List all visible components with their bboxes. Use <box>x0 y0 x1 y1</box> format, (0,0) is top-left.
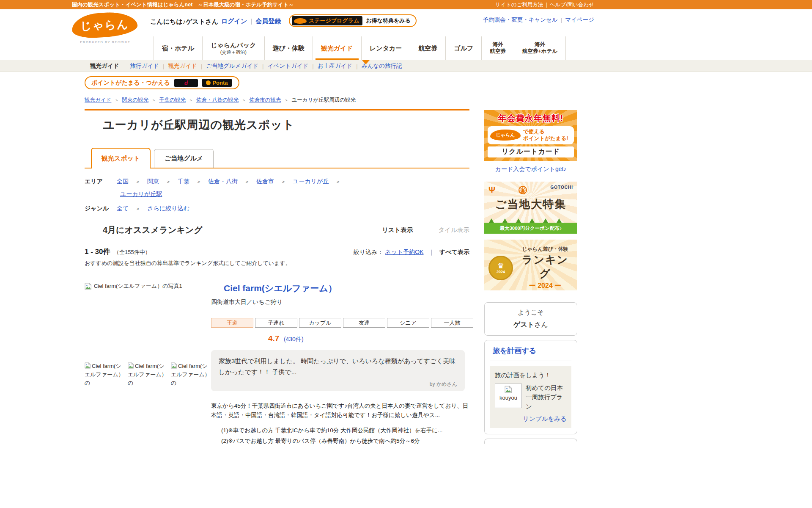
filter-separator: ＞ <box>135 179 140 185</box>
activity-ranking-banner[interactable]: ♛ 2024 じゃらん遊び・体験 ランキング ー 2024 ー <box>484 240 577 290</box>
area-link-sakura-shi[interactable]: 佐倉市 <box>256 178 274 185</box>
genre-link-all[interactable]: 全て <box>117 205 129 212</box>
ranking-note: おすすめの施設を当社独自の算出基準でランキング形式にしてご紹介しています。 <box>85 260 469 267</box>
tag-couple[interactable]: カップル <box>299 318 341 328</box>
gotochi-special-banner[interactable]: Ψ GOTOCHI ご当地大特集 最大3000円分クーポン配布♪ <box>484 182 577 234</box>
breadcrumb-link[interactable]: 佐倉・八街の観光 <box>196 97 239 103</box>
tag-oudou[interactable]: 王道 <box>211 318 253 328</box>
site-usage-link[interactable]: サイトのご利用方法 <box>495 2 543 8</box>
jalan-logo[interactable]: じゃらん PRODUCED BY RECRUIT <box>72 13 139 44</box>
main-photo-placeholder[interactable]: Ciel farm(シエルファーム）の写真1 <box>85 282 211 290</box>
filter-separator: ｜ <box>428 248 434 255</box>
area-link-chiba[interactable]: 千葉 <box>178 178 189 185</box>
spot-description: 東京から45分！千葉県四街道市にあるいちご園です♪台湾人の夫と日本人の妻で運営を… <box>211 401 473 421</box>
subnav-link-omiyage-guide[interactable]: お土産ガイド <box>318 62 352 70</box>
tag-hitoritabi[interactable]: 一人旅 <box>431 318 473 328</box>
header-links-separator: | <box>561 17 562 23</box>
nav-item-kankou-guide[interactable]: 観光ガイド <box>313 36 361 60</box>
stage-program-banner[interactable]: ステージプログラム お得な特典をみる <box>289 14 417 27</box>
welcome-greeting: ようこそ <box>489 309 573 317</box>
auth-separator: | <box>250 17 252 25</box>
broken-image-icon <box>504 386 513 393</box>
nav-item-asobi-taiken[interactable]: 遊び・体験 <box>264 36 313 60</box>
next-sidebar-box-edge <box>484 439 577 444</box>
review-count-link[interactable]: (430件) <box>284 336 304 342</box>
login-link[interactable]: ログイン <box>221 17 247 25</box>
guest-greeting: こんにちは♪ゲストさん <box>150 18 218 26</box>
subnav-separator: | <box>312 63 314 69</box>
nav-item-kaigai-koukuken[interactable]: 海外航空券 <box>481 36 514 60</box>
breadcrumb-link[interactable]: 千葉の観光 <box>159 97 186 103</box>
access-info-bus: (2)※バスでお越し方 最寄りのバス停（み春野南）から徒歩で南へ約5分～6分 <box>221 436 473 446</box>
plan-sample-link[interactable]: サンプルをみる <box>523 415 567 422</box>
subnav-separator: | <box>163 63 165 69</box>
spot-title-link[interactable]: Ciel farm(シエルファーム） <box>224 282 473 294</box>
subnav-separator: | <box>262 63 264 69</box>
area-link-yukarigaoka[interactable]: ユーカリが丘 <box>293 178 329 185</box>
tab-kankou-spot[interactable]: 観光スポット <box>91 148 151 168</box>
plan-lead-text: 旅の計画をしよう！ <box>495 371 567 379</box>
breadcrumb-separator: ＞ <box>189 97 193 102</box>
net-reservation-filter-link[interactable]: ネット予約OK <box>385 248 423 255</box>
area-link-zenkoku[interactable]: 全国 <box>117 178 129 185</box>
card-banner-use1: で使える <box>523 128 568 135</box>
card-signup-link[interactable]: カード入会でポイントget♪ <box>495 166 567 172</box>
thumbnail-row: Ciel farm(シエルファーム）の Ciel farm(シエルファーム）の … <box>85 362 211 387</box>
tile-view-toggle[interactable]: タイル表示 <box>438 226 469 233</box>
guest-name-suffix: さん <box>534 321 548 328</box>
area-link-kanto[interactable]: 関東 <box>147 178 159 185</box>
subnav-link-event-guide[interactable]: イベントガイド <box>268 62 309 70</box>
gotochi-coupon-text: 最大3000円分クーポン配布♪ <box>484 223 577 234</box>
jalan-mini-logo <box>294 18 307 24</box>
breadcrumb-link[interactable]: 佐倉市の観光 <box>249 97 281 103</box>
active-nav-caret-icon <box>362 60 370 64</box>
reservation-link[interactable]: 予約照会・変更・キャンセル <box>483 17 558 23</box>
nav-item-golf[interactable]: ゴルフ <box>445 36 481 60</box>
broken-image-icon <box>128 362 134 369</box>
help-contact-link[interactable]: ヘルプ/問い合わせ <box>550 2 594 8</box>
tag-senior[interactable]: シニア <box>387 318 429 328</box>
nav-item-kaigai-hotel[interactable]: 海外航空券+ホテル <box>514 36 566 60</box>
register-link[interactable]: 会員登録 <box>255 17 281 25</box>
subnav-link-gourmet-guide[interactable]: ご当地グルメガイド <box>206 62 258 70</box>
subnav-link-kankou-guide[interactable]: 観光ガイド <box>168 62 197 70</box>
gotochi-tag: GOTOCHI <box>551 185 573 190</box>
plan-trip-header-link[interactable]: 旅を計画する <box>490 346 571 356</box>
fork-icon: Ψ <box>488 185 495 195</box>
show-all-filter[interactable]: すべて表示 <box>439 248 469 255</box>
jalan-logo-blob: じゃらん <box>71 11 138 39</box>
nav-item-jalan-pack[interactable]: じゃらんパック(交通＋宿泊) <box>202 36 264 60</box>
site-tagline: 国内の観光スポット・イベント情報はじゃらんnet ～日本最大級の宿・ホテル予約サ… <box>72 1 294 8</box>
area-link-yukarigaoka-station[interactable]: ユーカリが丘駅 <box>120 190 162 197</box>
broken-image-icon <box>171 362 177 369</box>
breadcrumb-link[interactable]: 観光ガイド <box>85 97 111 103</box>
ponta-face-icon <box>206 80 211 85</box>
tab-gotouchi-gourmet[interactable]: ご当地グルメ <box>154 149 214 168</box>
subnav-separator: | <box>201 63 203 69</box>
top-bar: 国内の観光スポット・イベント情報はじゃらんnet ～日本最大級の宿・ホテル予約サ… <box>0 0 812 9</box>
recruit-card-name: リクルートカード <box>488 146 574 157</box>
gotochi-banner-title: ご当地大特集 <box>484 197 577 212</box>
recruit-card-banner[interactable]: 年会費永年無料! じゃらん で使える ポイントがたまる! リクルートカード <box>484 110 577 161</box>
jalan-mini-logo: じゃらん <box>490 130 521 141</box>
filter-separator: ＞ <box>196 179 201 185</box>
area-link-sakura-yachimata[interactable]: 佐倉・八街 <box>208 178 238 185</box>
filter-separator: ＞ <box>135 206 140 212</box>
subnav-link-travel-guide[interactable]: 旅行ガイド <box>130 62 159 70</box>
plan-promo-box: 旅の計画をしよう！ kouyou 初めての日本一周旅行プラン サンプルをみる <box>490 366 571 428</box>
points-banner[interactable]: ポイントがたまる・つかえる d Ponta <box>85 76 239 89</box>
breadcrumb-link[interactable]: 関東の観光 <box>122 97 148 103</box>
nav-item-rentacar[interactable]: レンタカー <box>361 36 410 60</box>
nav-item-koukuken[interactable]: 航空券 <box>410 36 445 60</box>
spot-location-genre: 四街道市大日／いちご狩り <box>211 298 473 306</box>
thumbnail-placeholder[interactable]: Ciel farm(シエルファーム）の <box>171 362 211 387</box>
ranking-banner-line1: じゃらん遊び・体験 <box>517 246 573 253</box>
tag-kozure[interactable]: 子連れ <box>255 318 297 328</box>
nav-item-yado-hotel[interactable]: 宿・ホテル <box>154 36 202 60</box>
list-view-toggle[interactable]: リスト表示 <box>382 226 413 233</box>
thumbnail-placeholder[interactable]: Ciel farm(シエルファーム）の <box>128 362 168 387</box>
mypage-link[interactable]: マイページ <box>565 17 594 23</box>
genre-refine-link[interactable]: さらに絞り込む <box>147 205 189 212</box>
thumbnail-placeholder[interactable]: Ciel farm(シエルファーム）の <box>85 362 125 387</box>
tag-tomodachi[interactable]: 友達 <box>343 318 385 328</box>
